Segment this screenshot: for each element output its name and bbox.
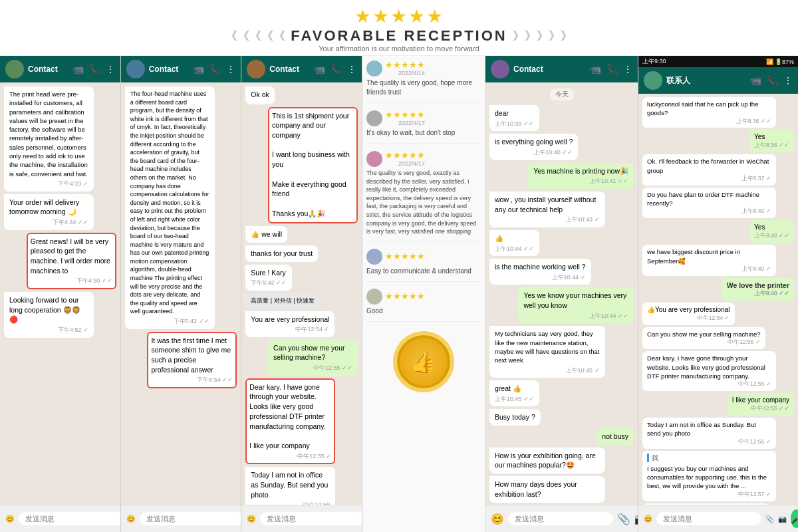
msg-item: Can you show me your selling machine? 中午… xyxy=(642,327,765,349)
msg-item: Yes machine is printing now🎉 上午10:41 ✓✓ xyxy=(528,163,634,189)
review-date: 2022/4/17 xyxy=(385,120,425,126)
emoji-icon[interactable]: 😊 xyxy=(5,515,15,523)
menu-icon[interactable]: ⋮ xyxy=(106,64,115,74)
msg-item: not busy xyxy=(597,428,634,445)
review-item: ★★★★★ Good xyxy=(366,289,481,322)
msg-text: not busy xyxy=(602,432,628,442)
attach-icon-right[interactable]: 📎 xyxy=(765,515,774,523)
camera-icon-right[interactable]: 📷 xyxy=(778,515,787,523)
review-header: ★★★★★ 2022/4/17 xyxy=(366,150,481,167)
chat-body-1: The print head were pre-installed for cu… xyxy=(0,82,120,505)
right-chat-body: luckyconsol said that he can pick up the… xyxy=(638,94,798,505)
review-avatar xyxy=(366,110,382,126)
msg-time: 上午10:44 ✓✓ xyxy=(495,245,534,253)
msg-item: 👍You are very professional 中午12:54 ✓ xyxy=(642,303,734,325)
msg-text: luckyconsol said that he can pick up the… xyxy=(647,100,771,118)
video-icon-c[interactable]: 📹 xyxy=(590,64,601,74)
menu-icon-3[interactable]: ⋮ xyxy=(347,64,356,74)
msg-item: Sure ! Kary 下午5:42 ✓✓ xyxy=(245,265,292,291)
right-chat: 上午9:30 📶 🔋87% 联系人 📹 📞 ⋮ luckyconsol said… xyxy=(638,56,798,532)
msg-text: we have biggest discount price in Septem… xyxy=(647,247,771,265)
menu-icon-c[interactable]: ⋮ xyxy=(623,64,632,74)
review-header: ★★★★★ 2022/4/14 xyxy=(366,60,481,76)
center-chat-input-bar: 😊 📎 📷 🎤 xyxy=(485,505,638,532)
msg-time: 上午8:37 ✓ xyxy=(647,175,771,183)
review-stars: ★★★★★ xyxy=(385,60,425,70)
video-icon-2[interactable]: 📹 xyxy=(193,64,204,74)
video-icon-r[interactable]: 📹 xyxy=(750,75,761,86)
menu-icon-r[interactable]: ⋮ xyxy=(783,75,793,86)
review-item: ★★★★★ 2022/4/17 It's okay to wait, but d… xyxy=(366,110,481,144)
video-icon-3[interactable]: 📹 xyxy=(314,64,325,74)
emoji-icon-3[interactable]: 😊 xyxy=(247,515,256,523)
avatar-right xyxy=(644,71,662,90)
msg-time: 上午8:40 ✓✓ xyxy=(727,290,789,298)
msg-item: Your order will delivery tomorrow mornin… xyxy=(4,194,94,230)
review-avatar xyxy=(366,151,382,167)
call-icon-2[interactable]: 📞 xyxy=(209,64,221,74)
quote-text: 我 xyxy=(647,454,771,462)
msg-text: Dear kary. I have gone through your webs… xyxy=(647,354,771,380)
msg-text: Looking forward to our long cooperation … xyxy=(9,295,88,325)
msg-item: Busy today ? xyxy=(489,409,541,426)
msg-time: 上午8:40 ✓ xyxy=(647,207,771,215)
message-input-center[interactable] xyxy=(508,512,613,525)
msg-text: thanks for your trust xyxy=(251,249,313,259)
msg-time: 上午10:44 ✓ xyxy=(495,273,586,282)
msg-item: is everything going well ? 上午10:40 ✓✓ xyxy=(489,134,578,160)
msg-time: 上午10:39 ✓✓ xyxy=(495,120,534,128)
message-input-1[interactable] xyxy=(19,512,121,525)
msg-item: Ok. I'll feedback to the forwarder in We… xyxy=(642,154,776,185)
reviews-panel: ★★★★★ 2022/4/14 The quality is very good… xyxy=(362,56,485,532)
call-icon-c[interactable]: 📞 xyxy=(606,64,618,74)
emoji-icon-center[interactable]: 😊 xyxy=(491,513,504,525)
msg-item: How is your exhibition going, are our ma… xyxy=(489,448,605,473)
msg-text: wow , you install yourself without any o… xyxy=(495,195,600,214)
message-input-3[interactable] xyxy=(260,512,362,525)
review-header: ★★★★★ xyxy=(366,289,481,305)
msg-text: Dear kary. I have gone through your webs… xyxy=(249,382,331,451)
msg-item-highlighted: Great news! I will be very pleased to ge… xyxy=(27,233,116,289)
msg-text: We love the printer xyxy=(727,281,789,291)
msg-item: 高质量 | 对外信 | 快速发 xyxy=(245,293,320,309)
menu-icon-2[interactable]: ⋮ xyxy=(226,64,235,74)
attach-icon-center[interactable]: 📎 xyxy=(617,513,630,525)
send-button-right[interactable]: 🎤 xyxy=(791,509,798,528)
msg-time: 中午12:54 ✓ xyxy=(251,325,329,334)
msg-item: Yes 上午8:40 ✓✓ xyxy=(749,220,794,243)
chat-input-bar-1: 😊 📎 📷 🎤 xyxy=(0,505,120,532)
msg-item: Do you have plan to order DTF machine re… xyxy=(642,188,776,218)
msg-item: Today I am not in office as Sunday. But … xyxy=(245,467,335,505)
emoji-icon-2[interactable]: 😊 xyxy=(126,515,136,523)
msg-item: My technicians say very good, they like … xyxy=(489,326,605,378)
msg-item: Yes we know your machines very well you … xyxy=(518,287,634,323)
msg-text: You are very professional xyxy=(251,315,329,325)
msg-time: 上午10:44 ✓✓ xyxy=(523,312,628,321)
msg-item: I like your company 中午12:55 ✓✓ xyxy=(728,393,794,416)
msg-item: wow , you install yourself without any o… xyxy=(489,192,605,227)
review-item: ★★★★★ 2022/4/17 The quality is very good… xyxy=(366,150,481,242)
chat-header-1: Contact 📹 📞 ⋮ xyxy=(0,56,120,82)
msg-item: Can you show me your selling machine? 中午… xyxy=(268,340,358,376)
msg-item: we have biggest discount price in Septem… xyxy=(642,245,776,275)
call-icon[interactable]: 📞 xyxy=(89,64,100,74)
call-icon-r[interactable]: 📞 xyxy=(767,75,778,86)
chat-panel-1: Contact 📹 📞 ⋮ The print head were pre-in… xyxy=(0,56,121,532)
msg-time: 下午6:54 ✓✓ xyxy=(151,376,233,384)
review-avatar xyxy=(366,61,382,76)
msg-item-highlighted: Dear kary. I have gone through your webs… xyxy=(245,378,335,464)
video-icon[interactable]: 📹 xyxy=(72,64,84,74)
avatar-2 xyxy=(126,60,145,78)
msg-text: great 👍 xyxy=(495,384,534,394)
review-text: Easy to communicate & understand xyxy=(366,267,481,276)
msg-time: 上午10:43 ✓ xyxy=(495,215,600,224)
msg-text: 👍 xyxy=(495,233,534,243)
message-input-2[interactable] xyxy=(140,512,242,525)
chat-input-bar-3: 😊 📎 📷 🎤 xyxy=(241,505,362,532)
message-input-right[interactable] xyxy=(656,512,761,525)
call-icon-3[interactable]: 📞 xyxy=(331,64,342,74)
emoji-icon-right[interactable]: 😊 xyxy=(644,515,652,523)
msg-item: Ok ok xyxy=(245,86,274,104)
msg-text: Yes xyxy=(754,223,789,232)
status-bar: 上午9:30 📶 🔋87% xyxy=(638,56,798,67)
